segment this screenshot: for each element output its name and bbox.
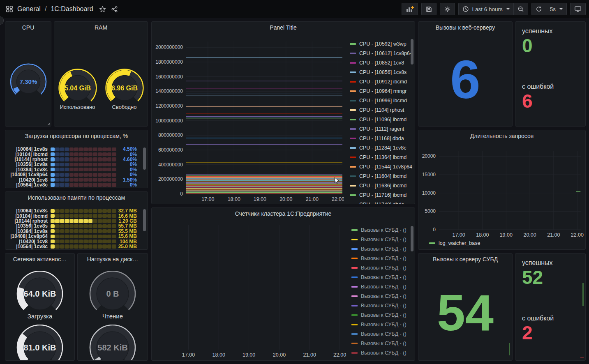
- heatmap-cell: [93, 219, 97, 223]
- svg-text:6.96 GiB: 6.96 GiB: [111, 85, 137, 92]
- heatmap-body: |10064| 1cv8s 32.7 MB|10104| ibcmd 16.6 …: [5, 203, 148, 250]
- svg-text:21:00: 21:00: [547, 232, 560, 238]
- legend-item[interactable]: CPU - [10964] rmngr: [344, 86, 415, 96]
- zoom-out-time-button[interactable]: [514, 3, 528, 15]
- breadcrumb-dashboard-title[interactable]: 1C:Dashboard: [51, 5, 93, 13]
- refresh-button[interactable]: [531, 3, 546, 15]
- legend-scrollbar[interactable]: [411, 39, 413, 65]
- legend-label: Вызовы к СУБД - (): [361, 293, 407, 299]
- heatmap-cell: [65, 224, 69, 228]
- legend-item[interactable]: CPU - [11096] ibcmd: [344, 115, 415, 124]
- dashboard-settings-button[interactable]: [440, 3, 455, 15]
- legend-item[interactable]: Вызовы к СУБД - (): [346, 320, 415, 329]
- legend-item[interactable]: CPU - [10612] 1cv8p64: [344, 48, 415, 58]
- legend-item[interactable]: Вызовы к СУБД - (): [346, 225, 415, 235]
- time-series-plot[interactable]: 17:0018:0019:0020:0021:0022:000500010000…: [418, 142, 586, 240]
- legend-item[interactable]: Вызовы к СУБД - (): [346, 291, 415, 301]
- panel-title[interactable]: Загрузка процессора по процессам, %: [5, 130, 148, 142]
- heatmap-row: |10420| 1cv8 1.50%: [9, 177, 143, 182]
- stat-block: с ошибкой 2: [522, 315, 579, 344]
- legend-item[interactable]: CPU - [11544] 1cv8p64: [344, 162, 415, 171]
- panel-title[interactable]: Счетчики кластера 1С:Предприятие: [152, 208, 415, 219]
- heatmap-cell: [60, 240, 64, 243]
- heatmap-cell: [74, 224, 78, 228]
- legend-item[interactable]: Вызовы к СУБД - (): [346, 348, 415, 357]
- time-series-plot[interactable]: 17:0018:0019:0020:0021:0022:000200000000…: [152, 33, 344, 204]
- dashboard-grid-icon[interactable]: [6, 5, 13, 13]
- panel-title[interactable]: Вызовы к серверу СУБД: [418, 253, 512, 265]
- panel-title[interactable]: Использовано памяти по процессам: [5, 192, 148, 203]
- legend-item[interactable]: CPU - [11748] dbda: [344, 200, 415, 204]
- heatmap-cell: [74, 147, 78, 151]
- legend-item[interactable]: Вызовы к СУБД - (): [346, 244, 415, 253]
- legend-item[interactable]: Вызовы к СУБД - (): [346, 310, 415, 320]
- legend-item[interactable]: CPU - [10592] w3wp: [344, 39, 415, 48]
- gauge-label: Использовано: [60, 104, 95, 110]
- heatmap-cell: [69, 224, 74, 228]
- legend-item[interactable]: CPU - [10996] ibcmd: [344, 96, 415, 105]
- legend-swatch-icon: [350, 81, 356, 83]
- legend-item[interactable]: Вызовы к СУБД - (): [346, 329, 415, 339]
- heatmap-cell: [69, 244, 74, 248]
- legend-item[interactable]: Вызовы к СУБД - (): [346, 272, 415, 282]
- time-series-plot[interactable]: 17:0018:0019:0020:0021:0022:00: [152, 219, 346, 361]
- legend-item[interactable]: CPU - [10852] 1cv8: [344, 58, 415, 67]
- panel-title[interactable]: Нагпузка на диск…: [78, 253, 148, 265]
- top-navbar: General / 1C:Dashboard: [0, 0, 589, 18]
- legend-item[interactable]: CPU - [11716] ibcmd: [344, 190, 415, 200]
- star-icon[interactable]: [99, 6, 106, 13]
- panel-title[interactable]: CPU: [5, 22, 51, 33]
- heatmap-cell: [112, 209, 116, 213]
- legend-item[interactable]: Вызовы к СУБД - (): [346, 235, 415, 244]
- legend-item[interactable]: Вызовы к СУБД - (): [346, 263, 415, 272]
- panel-web-calls: Вызовы к веб-серверу 6: [418, 21, 513, 127]
- legend-item[interactable]: CPU - [11168] dbda: [344, 134, 415, 143]
- heatmap-cell: [79, 147, 83, 151]
- stat-value: 0: [522, 35, 579, 57]
- heatmap-cell: [107, 209, 111, 213]
- legend-item[interactable]: CPU - [11636] ibcmd: [344, 181, 415, 190]
- tv-mode-button[interactable]: [570, 3, 586, 15]
- legend-item[interactable]: Вызовы к СУБД - (): [346, 282, 415, 291]
- heatmap-cell: [55, 240, 59, 243]
- legend-label: Вызовы к СУБД - (): [361, 303, 407, 309]
- legend-item[interactable]: Вызовы к СУБД - (): [346, 301, 415, 310]
- legend-swatch-icon: [350, 90, 356, 92]
- panel-title[interactable]: Вызовы к веб-серверу: [418, 22, 512, 33]
- panel-title[interactable]: Сетевая активнос…: [5, 253, 74, 265]
- share-icon[interactable]: [111, 6, 118, 13]
- panel-cpu-per-process: Загрузка процессора по процессам, % |100…: [5, 130, 148, 188]
- time-range-picker[interactable]: Last 6 hours: [458, 3, 513, 15]
- add-panel-button[interactable]: [402, 3, 418, 15]
- legend-item[interactable]: CPU - [11284] 1cv8c: [344, 143, 415, 152]
- heatmap-row: |10356| 1cv8s 0%: [9, 162, 143, 167]
- legend-item[interactable]: CPU - [1112] ragent: [344, 124, 415, 134]
- panel-title[interactable]: Длительность запросов: [418, 130, 585, 142]
- heatmap-scrollbar[interactable]: [143, 209, 146, 231]
- legend-item[interactable]: CPU - [10856] 1cv8s: [344, 67, 415, 77]
- panel-title[interactable]: RAM: [54, 22, 148, 33]
- heatmap-cell: [112, 183, 116, 187]
- legend-label: Вызовы к СУБД - (): [361, 227, 407, 233]
- legend-item[interactable]: log_watcher_base: [423, 238, 480, 248]
- legend-item[interactable]: Вызовы к СУБД - (): [346, 357, 415, 360]
- legend-item[interactable]: Вызовы к СУБД - (): [346, 339, 415, 348]
- heatmap-cell: [69, 152, 74, 156]
- panel-resize-handle[interactable]: [47, 122, 50, 125]
- legend-item[interactable]: CPU - [11604] ibcmd: [344, 171, 415, 181]
- legend-item[interactable]: CPU - [10912] ibcmd: [344, 77, 415, 86]
- breadcrumb-folder[interactable]: General: [17, 5, 41, 13]
- heatmap-cell: [83, 229, 88, 233]
- save-dashboard-button[interactable]: [421, 3, 437, 15]
- legend-item[interactable]: Вызовы к СУБД - (): [346, 253, 415, 263]
- heatmap-cell: [107, 240, 111, 243]
- legend-scrollbar[interactable]: [411, 226, 413, 251]
- legend-swatch-icon: [350, 71, 356, 73]
- refresh-interval-picker[interactable]: 5s: [546, 3, 567, 15]
- heatmap-cell: [69, 157, 74, 161]
- legend-item[interactable]: CPU - [1104] rphost: [344, 105, 415, 115]
- legend-item[interactable]: CPU - [11364] ibcmd: [344, 152, 415, 162]
- panel-title[interactable]: Panel Title: [152, 22, 415, 33]
- heatmap-scrollbar[interactable]: [143, 147, 146, 170]
- heatmap-cell: [74, 183, 78, 187]
